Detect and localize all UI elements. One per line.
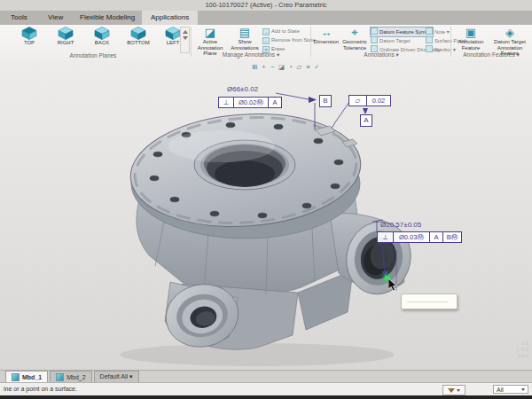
corner-watermark: X E C C C A A N	[482, 340, 528, 359]
status-bar: ine or a point on a surface. All	[0, 382, 532, 396]
selection-filter-dropdown[interactable]: All	[493, 385, 528, 394]
perpendicularity-symbol: ⊥	[377, 231, 394, 243]
cube-left-icon	[165, 27, 181, 40]
state-tab-bar: Mbd_1 Mbd_2 Default All ▾	[0, 370, 532, 382]
scroll-down-icon	[183, 36, 188, 40]
group-label-manage-annotations[interactable]: Manage Annotations ▾	[193, 51, 309, 59]
selection-filter-button[interactable]	[442, 385, 466, 395]
fcf-flatness[interactable]: ▱ 0.02	[348, 95, 391, 106]
cube-right-icon	[58, 27, 74, 40]
fcf-perpendicularity-top[interactable]: ⊥ Ø0.02Ⓜ A	[218, 97, 282, 108]
group-label-annotation-features[interactable]: Annotation Features ▾	[453, 51, 529, 59]
show-annotations-icon: ▤	[229, 26, 261, 39]
annotation-feature-button[interactable]: ▣ Annotation Feature	[453, 26, 489, 51]
datum-feature-symbol-button[interactable]: Datum Feature Symbol	[371, 27, 433, 36]
dimension-right-value[interactable]: Ø20.57±0.05	[380, 221, 421, 229]
flatness-tolerance: 0.02	[367, 95, 391, 106]
flatness-symbol: ▱	[348, 95, 367, 106]
fcf-perpendicularity-right[interactable]: ⊥ Ø0.03Ⓜ A BⓂ	[377, 231, 462, 243]
filter-funnel-icon	[448, 388, 455, 393]
view-planes-scrollbar[interactable]	[180, 27, 190, 53]
group-separator	[310, 27, 311, 57]
dimension-button[interactable]: ↔ Dimension	[313, 26, 340, 45]
chevron-down-icon	[521, 388, 525, 391]
group-label-annotation-planes: Annotation Planes	[9, 52, 177, 59]
status-message: ine or a point on a surface.	[4, 386, 77, 392]
bottom-edge-strip	[0, 395, 532, 399]
state-tab-mbd1[interactable]: Mbd_1	[5, 371, 48, 382]
perpendicularity-symbol: ⊥	[218, 97, 234, 108]
group-separator	[191, 27, 192, 57]
chevron-down-icon	[457, 389, 460, 392]
ribbon: TOP RIGHT BACK BOTTOM	[0, 25, 532, 60]
remove-from-state-button[interactable]: ←Remove from State	[262, 36, 316, 45]
view-plane-top-button[interactable]: TOP	[12, 26, 46, 51]
selection-tooltip	[401, 293, 458, 309]
add-to-state-icon: →	[262, 28, 270, 35]
cube-top-icon	[21, 27, 37, 40]
datum-target-icon	[371, 36, 378, 43]
cube-bottom-icon	[130, 27, 146, 40]
state-tab-default-all[interactable]: Default All ▾	[94, 371, 139, 382]
state-tab-icon	[56, 373, 64, 381]
view-plane-right-button[interactable]: RIGHT	[49, 26, 82, 51]
model-housing	[120, 106, 418, 366]
group-label-annotations[interactable]: Annotations ▾	[319, 51, 443, 59]
datum-ref-b-mmc: BⓂ	[443, 231, 462, 243]
remove-from-state-icon: ←	[262, 37, 270, 44]
datum-label-b[interactable]: B	[319, 95, 332, 107]
note-icon	[426, 27, 433, 35]
view-plane-bottom-button[interactable]: BOTTOM	[121, 26, 155, 51]
mouse-cursor	[388, 278, 399, 293]
show-annotations-button[interactable]: ▤ Show Annotations	[229, 26, 261, 51]
datum-ref-a: A	[430, 231, 443, 243]
datum-target-button[interactable]: Datum Target	[371, 36, 411, 45]
tab-applications[interactable]: Applications	[142, 11, 198, 25]
tab-view[interactable]: View	[39, 11, 72, 25]
dimension-top-value[interactable]: Ø66±0.02	[227, 85, 258, 93]
cube-back-icon	[94, 27, 110, 40]
geometric-tolerance-icon: ⌖	[341, 26, 368, 39]
dimension-icon: ↔	[313, 26, 340, 39]
add-to-state-button[interactable]: →Add to State	[262, 27, 300, 36]
geometric-tolerance-button[interactable]: ⌖ Geometric Tolerance	[341, 26, 368, 51]
creo-parametric-window: 100-10170027 (Active) - Creo Parametric …	[0, 0, 532, 399]
ribbon-tab-bar: Tools View Flexible Modeling Application…	[0, 11, 532, 25]
datum-ref-a: A	[269, 97, 282, 108]
tab-tools[interactable]: Tools	[2, 11, 36, 25]
active-annotation-plane-icon: ◪	[193, 26, 227, 39]
annotation-feature-icon: ▣	[453, 26, 489, 39]
state-tab-mbd2[interactable]: Mbd_2	[50, 371, 91, 382]
datum-label-a[interactable]: A	[360, 114, 372, 127]
tolerance-value: Ø0.03Ⓜ	[394, 231, 430, 243]
surface-finish-icon	[426, 36, 433, 43]
group-separator	[450, 27, 451, 57]
note-button[interactable]: Note ▾	[426, 27, 450, 36]
tab-flexible-modeling[interactable]: Flexible Modeling	[71, 11, 144, 25]
datum-feature-symbol-icon	[371, 27, 378, 35]
scroll-up-icon	[183, 30, 188, 34]
datum-target-annotation-feature-icon: ◈	[490, 26, 529, 39]
state-tab-icon	[12, 373, 20, 381]
tolerance-value: Ø0.02Ⓜ	[234, 97, 269, 108]
view-plane-back-button[interactable]: BACK	[85, 26, 119, 51]
window-title: 100-10170027 (Active) - Creo Parametric	[205, 1, 326, 9]
